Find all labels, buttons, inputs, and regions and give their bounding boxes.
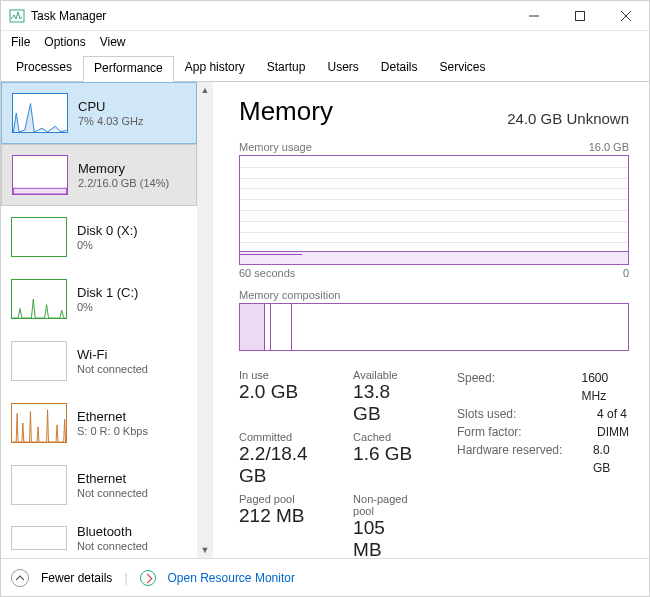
sidebar-item-sub: 0% [77, 239, 138, 251]
sidebar-item-cpu[interactable]: CPU 7% 4.03 GHz [1, 82, 197, 144]
sidebar-item-disk1[interactable]: Disk 1 (C:) 0% [1, 268, 197, 330]
sidebar-item-sub: Not connected [77, 363, 148, 375]
sidebar-item-sub: 7% 4.03 GHz [78, 115, 143, 127]
in-use-value: 2.0 GB [239, 381, 327, 403]
cpu-thumb-icon [12, 93, 68, 133]
ethernet-thumb-icon [11, 403, 67, 443]
sidebar-item-ethernet1[interactable]: Ethernet Not connected [1, 454, 197, 516]
sidebar-item-wifi[interactable]: Wi-Fi Not connected [1, 330, 197, 392]
sidebar-item-label: Memory [78, 161, 169, 176]
committed-label: Committed [239, 431, 327, 443]
resource-monitor-icon[interactable] [140, 570, 156, 586]
slots-label: Slots used: [457, 405, 575, 423]
axis-left: 60 seconds [239, 267, 295, 279]
form-value: DIMM [597, 423, 629, 441]
hw-reserved-value: 8.0 GB [593, 441, 629, 477]
scroll-down-icon[interactable]: ▼ [197, 542, 213, 558]
memory-thumb-icon [12, 155, 68, 195]
nonpaged-value: 105 MB [353, 517, 417, 558]
tab-details[interactable]: Details [370, 55, 429, 81]
sidebar-item-ethernet0[interactable]: Ethernet S: 0 R: 0 Kbps [1, 392, 197, 454]
available-label: Available [353, 369, 417, 381]
scrollbar[interactable]: ▲ ▼ [197, 82, 213, 558]
available-value: 13.8 GB [353, 381, 417, 425]
menu-view[interactable]: View [100, 35, 126, 49]
usage-max: 16.0 GB [589, 141, 629, 153]
page-title: Memory [239, 96, 333, 127]
tab-users[interactable]: Users [316, 55, 369, 81]
tab-processes[interactable]: Processes [5, 55, 83, 81]
usage-chart [239, 155, 629, 265]
cached-value: 1.6 GB [353, 443, 417, 465]
spec-table: Speed:1600 MHz Slots used:4 of 4 Form fa… [457, 369, 629, 558]
sidebar-item-sub: Not connected [77, 540, 148, 552]
sidebar-item-sub: 0% [77, 301, 138, 313]
sidebar-item-bluetooth[interactable]: Bluetooth Not connected [1, 516, 197, 558]
tab-performance[interactable]: Performance [83, 56, 174, 82]
ethernet-thumb-icon [11, 465, 67, 505]
usage-label: Memory usage [239, 141, 312, 153]
svg-rect-2 [576, 11, 585, 20]
memory-total: 24.0 GB Unknown [507, 110, 629, 127]
window-title: Task Manager [31, 9, 511, 23]
wifi-thumb-icon [11, 341, 67, 381]
titlebar: Task Manager [1, 1, 649, 31]
hw-reserved-label: Hardware reserved: [457, 441, 571, 477]
tab-services[interactable]: Services [429, 55, 497, 81]
main-panel: Memory 24.0 GB Unknown Memory usage 16.0… [213, 82, 649, 558]
form-label: Form factor: [457, 423, 575, 441]
tab-startup[interactable]: Startup [256, 55, 317, 81]
menu-file[interactable]: File [11, 35, 30, 49]
axis-right: 0 [623, 267, 629, 279]
fewer-details-icon[interactable] [11, 569, 29, 587]
tabstrip: Processes Performance App history Startu… [1, 55, 649, 82]
maximize-button[interactable] [557, 1, 603, 31]
speed-label: Speed: [457, 369, 559, 405]
sidebar-item-sub: 2.2/16.0 GB (14%) [78, 177, 169, 189]
comp-label: Memory composition [239, 289, 340, 301]
menubar: File Options View [1, 31, 649, 55]
cached-label: Cached [353, 431, 417, 443]
nonpaged-label: Non-paged pool [353, 493, 417, 517]
minimize-button[interactable] [511, 1, 557, 31]
sidebar-item-disk0[interactable]: Disk 0 (X:) 0% [1, 206, 197, 268]
close-button[interactable] [603, 1, 649, 31]
sidebar-item-sub: Not connected [77, 487, 148, 499]
sidebar-item-label: CPU [78, 99, 143, 114]
sidebar-item-memory[interactable]: Memory 2.2/16.0 GB (14%) [1, 144, 197, 206]
open-resource-monitor-link[interactable]: Open Resource Monitor [168, 571, 295, 585]
bluetooth-thumb-icon [11, 526, 67, 550]
committed-value: 2.2/18.4 GB [239, 443, 327, 487]
tab-app-history[interactable]: App history [174, 55, 256, 81]
footer: Fewer details | Open Resource Monitor [1, 558, 649, 596]
fewer-details-button[interactable]: Fewer details [41, 571, 112, 585]
slots-value: 4 of 4 [597, 405, 627, 423]
sidebar-item-label: Bluetooth [77, 524, 148, 539]
disk-thumb-icon [11, 217, 67, 257]
paged-value: 212 MB [239, 505, 327, 527]
svg-rect-5 [13, 188, 66, 194]
sidebar[interactable]: CPU 7% 4.03 GHz Memory 2.2/16.0 GB (14%)… [1, 82, 213, 558]
sidebar-item-label: Ethernet [77, 409, 148, 424]
in-use-label: In use [239, 369, 327, 381]
scroll-up-icon[interactable]: ▲ [197, 82, 213, 98]
sidebar-item-label: Disk 1 (C:) [77, 285, 138, 300]
paged-label: Paged pool [239, 493, 327, 505]
sidebar-item-label: Disk 0 (X:) [77, 223, 138, 238]
speed-value: 1600 MHz [581, 369, 629, 405]
composition-chart [239, 303, 629, 351]
app-icon [9, 8, 25, 24]
sidebar-item-label: Wi-Fi [77, 347, 148, 362]
content: CPU 7% 4.03 GHz Memory 2.2/16.0 GB (14%)… [1, 82, 649, 558]
menu-options[interactable]: Options [44, 35, 85, 49]
sidebar-item-label: Ethernet [77, 471, 148, 486]
disk-thumb-icon [11, 279, 67, 319]
sidebar-item-sub: S: 0 R: 0 Kbps [77, 425, 148, 437]
